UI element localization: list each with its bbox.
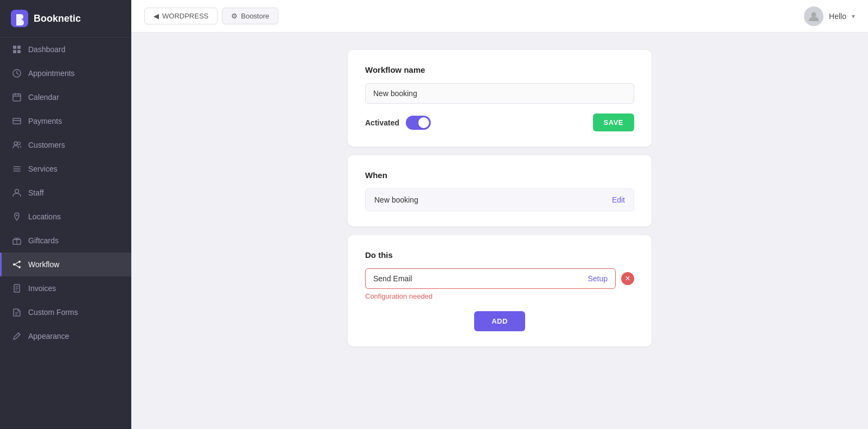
when-row: New booking Edit [365,188,634,211]
workflow-name-card: Workflow name Activated SAVE [348,50,652,147]
brand-name: Booknetic [34,13,81,24]
sidebar-item-services[interactable]: Services [0,157,131,181]
action-field: Send Email Setup [365,268,616,289]
remove-action-button[interactable]: × [621,272,634,285]
sidebar-item-calendar[interactable]: Calendar [0,85,131,109]
appearance-icon [12,331,22,341]
boostore-btn-label: Boostore [241,12,269,20]
activated-toggle[interactable] [406,116,431,130]
payments-icon [12,116,22,126]
sidebar-logo: Booknetic [0,0,131,37]
svg-point-17 [15,190,19,193]
user-menu-chevron-icon[interactable]: ▾ [852,12,855,20]
boostore-puzzle-icon: ⚙ [231,12,238,20]
do-this-card: Do this Send Email Setup × Configuration… [348,235,652,346]
when-card: When New booking Edit [348,155,652,226]
sidebar-item-invoices[interactable]: Invoices [0,276,131,300]
action-row: Send Email Setup × [365,268,634,289]
dashboard-icon [12,45,22,54]
sidebar-item-payments-label: Payments [28,117,62,125]
staff-icon [12,188,22,198]
sidebar-item-invoices-label: Invoices [28,284,56,293]
sidebar-item-customers-label: Customers [28,141,65,149]
sidebar-item-locations-label: Locations [28,212,61,221]
toggle-thumb [418,117,429,128]
content-area: Workflow name Activated SAVE When New bo… [131,33,868,429]
wordpress-arrow-icon: ◀ [154,12,159,20]
sidebar-item-locations[interactable]: Locations [0,205,131,229]
calendar-icon [12,92,22,102]
workflow-icon [12,260,22,269]
invoices-icon [12,283,22,293]
svg-point-21 [13,263,15,266]
svg-rect-1 [13,46,16,49]
svg-point-32 [812,12,816,17]
sidebar-item-appearance-label: Appearance [28,332,69,340]
activated-label: Activated [365,118,399,127]
sidebar-item-appearance[interactable]: Appearance [0,324,131,348]
svg-line-25 [15,265,18,267]
topbar: ◀ WORDPRESS ⚙ Boostore Hello ▾ [131,0,868,33]
remove-icon: × [625,274,630,283]
sidebar-item-dashboard-label: Dashboard [28,45,66,54]
sidebar-item-giftcards-label: Giftcards [28,236,59,245]
custom-forms-icon [12,307,22,317]
topbar-left: ◀ WORDPRESS ⚙ Boostore [144,8,278,24]
svg-rect-4 [17,50,21,53]
svg-point-12 [14,142,17,145]
sidebar-item-customers[interactable]: Customers [0,133,131,157]
svg-point-18 [16,214,18,216]
svg-rect-3 [13,50,16,53]
svg-rect-10 [13,118,21,124]
giftcards-icon [12,236,22,245]
wordpress-button[interactable]: ◀ WORDPRESS [144,8,218,24]
sidebar: Booknetic Dashboard Appointments Calenda… [0,0,131,429]
do-this-label: Do this [365,250,634,260]
when-value: New booking [374,195,418,204]
hello-label: Hello [829,12,846,21]
when-card-label: When [365,171,634,180]
svg-point-22 [18,261,21,263]
sidebar-item-services-label: Services [28,165,58,173]
activated-toggle-group: Activated [365,116,431,130]
sidebar-item-staff-label: Staff [28,188,44,197]
sidebar-item-custom-forms[interactable]: Custom Forms [0,300,131,324]
sidebar-item-staff[interactable]: Staff [0,181,131,205]
action-label: Send Email [373,274,412,283]
sidebar-item-workflow[interactable]: Workflow [0,253,131,276]
clock-icon [12,68,22,78]
sidebar-item-workflow-label: Workflow [28,260,59,269]
svg-point-23 [18,266,21,268]
topbar-right: Hello ▾ [804,7,855,26]
customers-icon [12,140,22,150]
sidebar-item-payments[interactable]: Payments [0,109,131,133]
sidebar-item-custom-forms-label: Custom Forms [28,308,78,317]
sidebar-item-appointments-label: Appointments [28,69,75,78]
boostore-button[interactable]: ⚙ Boostore [222,8,278,24]
sidebar-item-dashboard[interactable]: Dashboard [0,37,131,61]
services-icon [12,164,22,174]
sidebar-item-giftcards[interactable]: Giftcards [0,229,131,253]
save-button[interactable]: SAVE [593,113,634,131]
activated-row: Activated SAVE [365,113,634,131]
edit-link[interactable]: Edit [612,195,625,204]
locations-icon [12,212,22,222]
svg-point-13 [18,142,21,145]
svg-rect-6 [13,94,21,101]
config-warning: Configuration needed [365,292,634,300]
setup-link[interactable]: Setup [588,274,608,283]
add-action-button[interactable]: ADD [474,311,525,331]
sidebar-item-appointments[interactable]: Appointments [0,61,131,85]
sidebar-item-calendar-label: Calendar [28,93,59,102]
workflow-name-card-label: Workflow name [365,65,634,74]
svg-rect-2 [17,46,21,49]
main-area: ◀ WORDPRESS ⚙ Boostore Hello ▾ Workflow … [131,0,868,429]
booknetic-logo-icon [11,10,28,27]
svg-line-24 [15,262,18,264]
workflow-name-input[interactable] [365,83,634,104]
avatar [804,7,824,26]
wordpress-btn-label: WORDPRESS [162,12,208,20]
